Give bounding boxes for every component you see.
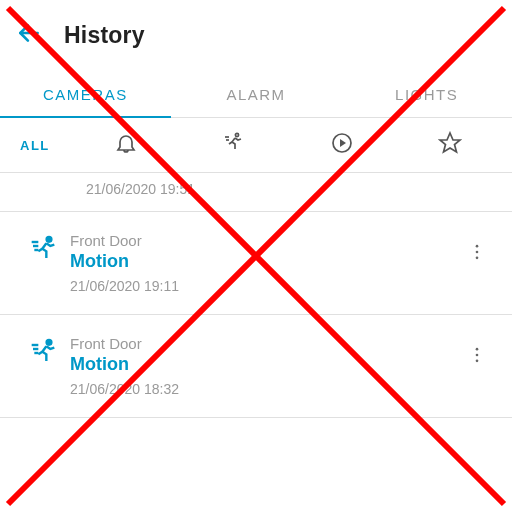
event-item[interactable]: Front Door Motion 21/06/2020 19:11 [0, 212, 512, 315]
svg-point-14 [47, 340, 52, 345]
page-title: History [64, 22, 145, 49]
tab-alarm[interactable]: ALARM [171, 72, 342, 117]
event-item-fragment[interactable]: 21/06/2020 19:51 [0, 173, 512, 212]
event-icon [20, 335, 70, 373]
event-item[interactable]: Front Door Motion 21/06/2020 18:32 [0, 315, 512, 418]
svg-point-7 [47, 237, 52, 242]
event-timestamp: 21/06/2020 18:32 [70, 381, 462, 397]
tab-label: LIGHTS [395, 86, 458, 103]
event-body: Front Door Motion 21/06/2020 19:11 [70, 232, 462, 294]
filter-all[interactable]: ALL [20, 138, 72, 153]
cross-icon [0, 498, 512, 512]
running-person-icon [29, 234, 61, 270]
filter-clip[interactable] [327, 130, 357, 160]
svg-marker-5 [340, 139, 346, 147]
app-bar: History [0, 0, 512, 62]
event-device: Front Door [70, 232, 462, 249]
tabs: CAMERAS ALARM LIGHTS [0, 72, 512, 118]
play-circle-icon [330, 131, 354, 159]
event-device: Front Door [70, 335, 462, 352]
filter-bell[interactable] [111, 130, 141, 160]
bell-icon [114, 131, 138, 159]
arrow-left-icon [16, 20, 42, 50]
svg-point-19 [476, 354, 479, 357]
event-timestamp: 21/06/2020 19:11 [70, 278, 462, 294]
tab-label: ALARM [226, 86, 285, 103]
event-more-button[interactable] [462, 335, 492, 369]
tab-cameras[interactable]: CAMERAS [0, 72, 171, 117]
more-vertical-icon [467, 345, 487, 369]
svg-marker-6 [440, 133, 460, 152]
filter-favorite[interactable] [435, 130, 465, 160]
svg-point-12 [476, 251, 479, 254]
tab-label: CAMERAS [43, 86, 128, 103]
svg-point-13 [476, 257, 479, 260]
filter-bar: ALL [0, 118, 512, 173]
back-button[interactable] [12, 18, 46, 52]
svg-point-1 [235, 133, 238, 136]
svg-point-18 [476, 348, 479, 351]
event-type: Motion [70, 354, 462, 375]
svg-point-11 [476, 245, 479, 248]
event-icon [20, 232, 70, 270]
event-body: Front Door Motion 21/06/2020 18:32 [70, 335, 462, 397]
tab-lights[interactable]: LIGHTS [341, 72, 512, 117]
more-vertical-icon [467, 242, 487, 266]
event-more-button[interactable] [462, 232, 492, 266]
event-type: Motion [70, 251, 462, 272]
event-list: 21/06/2020 19:51 Front Door Motion 21/06… [0, 173, 512, 418]
filter-icons [72, 130, 504, 160]
event-timestamp: 21/06/2020 19:51 [86, 181, 492, 197]
running-person-icon [222, 131, 246, 159]
svg-point-20 [476, 360, 479, 363]
running-person-icon [29, 337, 61, 373]
filter-motion[interactable] [219, 130, 249, 160]
star-icon [438, 131, 462, 159]
